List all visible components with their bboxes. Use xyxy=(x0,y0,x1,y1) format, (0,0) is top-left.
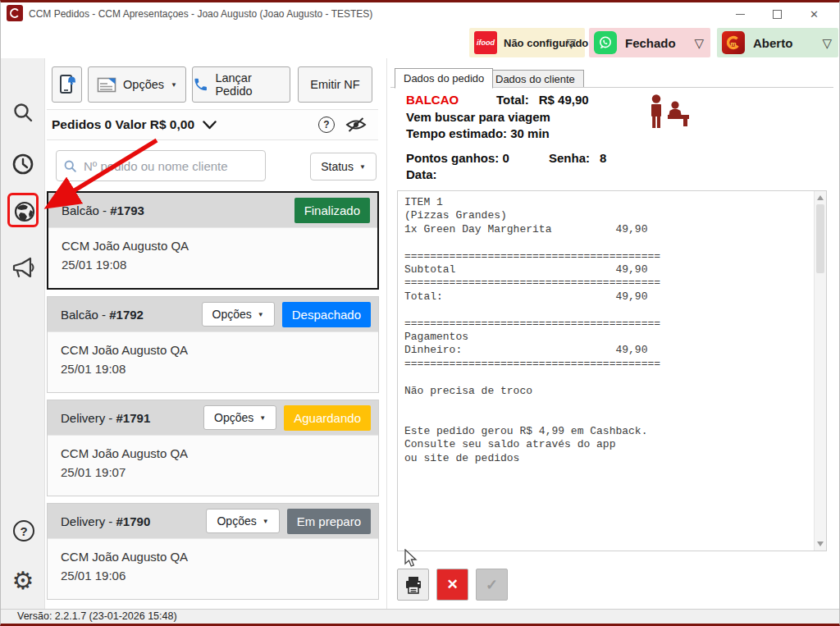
ifood-status-pill[interactable]: ifood Não configurado ▽ xyxy=(469,28,585,57)
ccm-logo-icon: m xyxy=(722,31,745,54)
scroll-down-icon[interactable] xyxy=(817,541,824,546)
sidebar-help-button[interactable]: ? xyxy=(11,518,37,544)
senha-value: 8 xyxy=(600,151,606,165)
options-button-label: Opções xyxy=(123,78,164,91)
printer-icon xyxy=(404,575,423,595)
order-datetime: 25/01 19:08 xyxy=(61,362,365,376)
help-icon: ? xyxy=(13,520,34,541)
receipt-scrollbar[interactable] xyxy=(814,191,826,551)
order-card-1792[interactable]: Balcão - #1792 Opções▼ Despachado CCM Jo… xyxy=(47,296,379,393)
sidebar-web-button[interactable] xyxy=(11,199,38,225)
mobile-orders-button[interactable] xyxy=(52,66,82,103)
order-options-button[interactable]: Opções▼ xyxy=(206,509,279,533)
total-label: Total: xyxy=(496,93,529,107)
points-label: Pontos ganhos: xyxy=(406,151,499,165)
chevron-down-icon: ▼ xyxy=(258,311,264,318)
search-input[interactable] xyxy=(84,159,258,173)
svg-text:m: m xyxy=(730,40,736,48)
launch-order-label: Lançar Pedido xyxy=(215,71,290,98)
chevron-down-icon: ▼ xyxy=(171,81,177,89)
orders-help-icon[interactable]: ? xyxy=(318,117,335,133)
status-bar: Versão: 2.2.1.7 (23-01-2026 15:48) xyxy=(1,609,839,624)
order-card-1790[interactable]: Delivery - #1790 Opções▼ Em preparo CCM … xyxy=(47,503,379,600)
whatsapp-logo-icon xyxy=(594,31,617,54)
orders-summary-row: Pedidos 0 Valor R$ 0,00 ? xyxy=(47,109,378,140)
order-search-box xyxy=(56,150,266,181)
eta-line: Tempo estimado: 30 min xyxy=(406,126,550,140)
sidebar-announcements-button[interactable] xyxy=(10,255,36,281)
order-card-body: CCM João Augusto QA 25/01 19:08 xyxy=(48,227,377,282)
options-dropdown-button[interactable]: Opções ▼ xyxy=(88,66,186,103)
minimize-button[interactable] xyxy=(722,2,759,25)
chevron-down-icon: ▽ xyxy=(694,37,704,49)
ccm-status-pill[interactable]: m Aberto ▽ xyxy=(717,28,838,57)
phone-notification-icon xyxy=(58,74,76,95)
app-logo-icon xyxy=(7,5,23,21)
points-and-senha: Pontos ganhos: 0Senha:8 xyxy=(406,151,606,165)
phone-icon xyxy=(193,76,208,93)
minimize-icon xyxy=(736,14,745,15)
cancel-order-button[interactable]: ✕ xyxy=(436,569,468,601)
status-filter-dropdown[interactable]: Status ▼ xyxy=(310,153,377,180)
close-icon: ✕ xyxy=(810,8,819,21)
order-card-body: CCM João Augusto QA 25/01 19:07 xyxy=(48,435,378,490)
window-controls: ✕ xyxy=(722,2,833,25)
pickup-counter-icon xyxy=(646,93,692,137)
order-card-body: CCM João Augusto QA 25/01 19:08 xyxy=(48,331,378,386)
scrollbar-thumb[interactable] xyxy=(816,204,824,273)
card-options-icon xyxy=(97,77,116,93)
order-datetime: 25/01 19:08 xyxy=(62,258,364,272)
senha-label: Senha: xyxy=(549,151,590,165)
order-customer: CCM João Augusto QA xyxy=(61,550,365,564)
orders-summary[interactable]: Pedidos 0 Valor R$ 0,00 xyxy=(52,117,194,132)
chevron-down-icon: ▼ xyxy=(259,414,266,422)
order-status-badge: Finalizado xyxy=(294,198,370,223)
whatsapp-status-pill[interactable]: Fechado ▽ xyxy=(589,28,710,57)
sidebar-search-button[interactable] xyxy=(10,99,36,126)
order-card-1793[interactable]: Balcão - #1793 Finalizado CCM João Augus… xyxy=(47,191,379,290)
close-button[interactable]: ✕ xyxy=(796,2,833,25)
order-customer: CCM João Augusto QA xyxy=(62,239,364,253)
order-type-label: BALCAO xyxy=(406,93,496,107)
title-bar: CCM Pedidos - CCM Apresentaçoes - Joao A… xyxy=(1,2,839,25)
sidebar-history-button[interactable] xyxy=(10,151,36,177)
search-icon xyxy=(11,101,34,124)
order-options-button[interactable]: Opções▼ xyxy=(203,405,276,430)
emit-nf-label: Emitir NF xyxy=(310,78,359,91)
gear-icon: ⚙ xyxy=(12,569,34,593)
x-icon: ✕ xyxy=(446,576,458,593)
tab-dados-do-cliente[interactable]: Dados do cliente xyxy=(486,70,584,88)
megaphone-icon xyxy=(11,257,35,280)
scroll-up-icon[interactable] xyxy=(817,195,824,200)
chevron-down-icon: ▽ xyxy=(822,37,832,49)
tab-dados-do-pedido[interactable]: Dados do pedido xyxy=(395,68,493,89)
version-text: Versão: 2.2.1.7 (23-01-2026 15:48) xyxy=(17,610,177,622)
chevron-down-icon: ▽ xyxy=(566,37,576,49)
data-label: Data: xyxy=(406,167,437,181)
confirm-order-button[interactable]: ✓ xyxy=(476,569,508,601)
order-card-header: Delivery - #1790 Opções▼ Em preparo xyxy=(48,504,378,538)
order-options-button[interactable]: Opções▼ xyxy=(202,302,275,327)
order-card-title: Delivery - #1791 xyxy=(61,411,150,425)
print-button[interactable] xyxy=(397,569,429,601)
chevron-down-icon[interactable] xyxy=(203,121,217,130)
sidebar-settings-button[interactable]: ⚙ xyxy=(10,568,36,594)
pickup-line: Vem buscar para viagem xyxy=(406,110,550,124)
order-card-title: Balcão - #1792 xyxy=(61,308,144,322)
hide-values-eye-icon[interactable] xyxy=(345,117,367,133)
launch-order-button[interactable]: Lançar Pedido xyxy=(192,66,290,103)
chevron-down-icon: ▼ xyxy=(262,518,269,525)
window-title: CCM Pedidos - CCM Apresentaçoes - Joao A… xyxy=(29,8,372,20)
emit-nf-button[interactable]: Emitir NF xyxy=(298,66,372,103)
chevron-down-icon: ▼ xyxy=(359,163,366,171)
order-card-title: Delivery - #1790 xyxy=(61,514,150,528)
order-card-header: Delivery - #1791 Opções▼ Aguardando xyxy=(48,400,378,435)
check-icon: ✓ xyxy=(486,576,498,594)
order-datetime: 25/01 19:06 xyxy=(61,569,365,583)
order-customer: CCM João Augusto QA xyxy=(61,446,365,460)
maximize-button[interactable] xyxy=(759,2,796,25)
order-status-badge: Despachado xyxy=(282,302,371,327)
points-value: 0 xyxy=(503,151,509,165)
order-card-1791[interactable]: Delivery - #1791 Opções▼ Aguardando CCM … xyxy=(47,400,379,496)
search-icon xyxy=(63,159,77,173)
